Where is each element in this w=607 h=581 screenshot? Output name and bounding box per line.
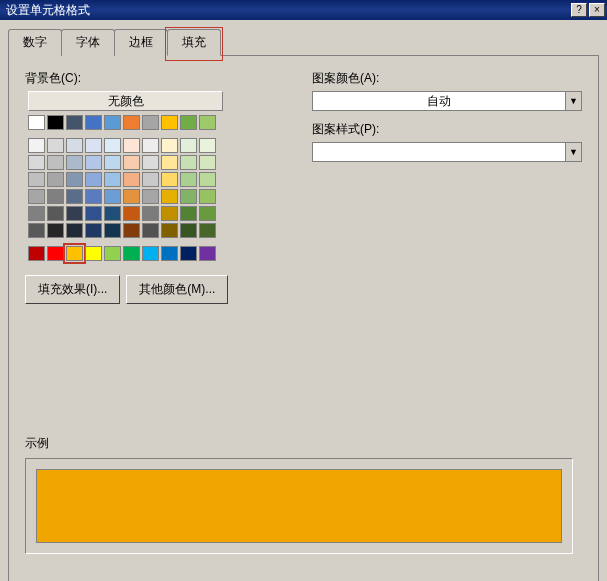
color-swatch[interactable] xyxy=(104,138,121,153)
pattern-style-dropdown[interactable]: ▼ xyxy=(312,142,582,162)
color-swatch[interactable] xyxy=(47,189,64,204)
color-swatch[interactable] xyxy=(104,115,121,130)
color-swatch[interactable] xyxy=(161,172,178,187)
color-swatch[interactable] xyxy=(28,115,45,130)
color-swatch[interactable] xyxy=(104,223,121,238)
color-swatch[interactable] xyxy=(199,206,216,221)
color-swatch[interactable] xyxy=(161,138,178,153)
color-swatch[interactable] xyxy=(85,155,102,170)
tab-number[interactable]: 数字 xyxy=(8,29,62,56)
color-swatch[interactable] xyxy=(47,206,64,221)
theme-tints xyxy=(25,138,282,238)
color-swatch[interactable] xyxy=(161,155,178,170)
tab-label: 填充 xyxy=(182,35,206,49)
tab-font[interactable]: 字体 xyxy=(61,29,115,56)
color-swatch[interactable] xyxy=(85,246,102,261)
color-swatch[interactable] xyxy=(161,206,178,221)
color-swatch[interactable] xyxy=(85,223,102,238)
tab-fill[interactable]: 填充 xyxy=(167,29,221,56)
color-swatch[interactable] xyxy=(104,155,121,170)
color-swatch[interactable] xyxy=(28,223,45,238)
color-swatch[interactable] xyxy=(142,246,159,261)
color-swatch[interactable] xyxy=(123,172,140,187)
color-swatch[interactable] xyxy=(180,246,197,261)
color-swatch[interactable] xyxy=(142,172,159,187)
color-swatch[interactable] xyxy=(199,172,216,187)
color-swatch[interactable] xyxy=(66,206,83,221)
color-swatch[interactable] xyxy=(180,223,197,238)
color-swatch[interactable] xyxy=(142,189,159,204)
help-button[interactable]: ? xyxy=(571,3,587,17)
color-swatch[interactable] xyxy=(47,115,64,130)
color-swatch[interactable] xyxy=(123,223,140,238)
color-swatch[interactable] xyxy=(123,115,140,130)
color-swatch[interactable] xyxy=(123,138,140,153)
color-swatch[interactable] xyxy=(199,115,216,130)
tab-label: 字体 xyxy=(76,35,100,49)
color-swatch[interactable] xyxy=(104,172,121,187)
color-swatch[interactable] xyxy=(85,172,102,187)
color-swatch[interactable] xyxy=(161,115,178,130)
color-swatch[interactable] xyxy=(28,172,45,187)
color-swatch[interactable] xyxy=(161,189,178,204)
color-swatch[interactable] xyxy=(123,246,140,261)
color-swatch[interactable] xyxy=(28,189,45,204)
color-swatch[interactable] xyxy=(142,115,159,130)
color-swatch[interactable] xyxy=(123,189,140,204)
color-swatch[interactable] xyxy=(142,206,159,221)
color-swatch[interactable] xyxy=(142,155,159,170)
color-swatch[interactable] xyxy=(123,155,140,170)
color-swatch[interactable] xyxy=(123,206,140,221)
color-swatch[interactable] xyxy=(47,155,64,170)
color-swatch[interactable] xyxy=(85,115,102,130)
color-swatch[interactable] xyxy=(180,189,197,204)
color-swatch[interactable] xyxy=(142,223,159,238)
color-swatch[interactable] xyxy=(180,138,197,153)
no-color-button[interactable]: 无颜色 xyxy=(28,91,223,111)
color-swatch[interactable] xyxy=(28,206,45,221)
close-button[interactable]: × xyxy=(589,3,605,17)
color-swatch[interactable] xyxy=(85,189,102,204)
tab-border[interactable]: 边框 xyxy=(114,29,168,56)
more-colors-button[interactable]: 其他颜色(M)... xyxy=(126,275,228,304)
color-swatch[interactable] xyxy=(104,246,121,261)
pattern-color-dropdown[interactable]: 自动 ▼ xyxy=(312,91,582,111)
chevron-down-icon[interactable]: ▼ xyxy=(565,143,581,161)
color-swatch[interactable] xyxy=(85,138,102,153)
color-swatch[interactable] xyxy=(66,246,83,261)
color-swatch[interactable] xyxy=(199,223,216,238)
pattern-style-label: 图案样式(P): xyxy=(312,121,582,138)
color-swatch[interactable] xyxy=(199,138,216,153)
tab-label: 数字 xyxy=(23,35,47,49)
btn-label: 填充效果(I)... xyxy=(38,282,107,296)
color-swatch[interactable] xyxy=(66,223,83,238)
color-swatch[interactable] xyxy=(66,115,83,130)
color-swatch[interactable] xyxy=(28,155,45,170)
color-swatch[interactable] xyxy=(66,155,83,170)
color-swatch[interactable] xyxy=(104,206,121,221)
color-swatch[interactable] xyxy=(47,246,64,261)
color-swatch[interactable] xyxy=(47,172,64,187)
color-swatch[interactable] xyxy=(66,172,83,187)
chevron-down-icon[interactable]: ▼ xyxy=(565,92,581,110)
fill-effects-button[interactable]: 填充效果(I)... xyxy=(25,275,120,304)
color-swatch[interactable] xyxy=(161,223,178,238)
color-swatch[interactable] xyxy=(180,172,197,187)
color-swatch[interactable] xyxy=(28,138,45,153)
color-swatch[interactable] xyxy=(85,206,102,221)
color-swatch[interactable] xyxy=(180,155,197,170)
color-swatch[interactable] xyxy=(47,138,64,153)
color-swatch[interactable] xyxy=(180,206,197,221)
color-swatch[interactable] xyxy=(199,246,216,261)
color-swatch[interactable] xyxy=(66,138,83,153)
color-swatch[interactable] xyxy=(47,223,64,238)
color-swatch[interactable] xyxy=(199,189,216,204)
color-swatch[interactable] xyxy=(66,189,83,204)
background-color-section: 背景色(C): 无颜色 填充效果(I)... 其他颜色(M)... xyxy=(25,70,282,304)
color-swatch[interactable] xyxy=(180,115,197,130)
color-swatch[interactable] xyxy=(199,155,216,170)
color-swatch[interactable] xyxy=(104,189,121,204)
color-swatch[interactable] xyxy=(28,246,45,261)
color-swatch[interactable] xyxy=(142,138,159,153)
color-swatch[interactable] xyxy=(161,246,178,261)
